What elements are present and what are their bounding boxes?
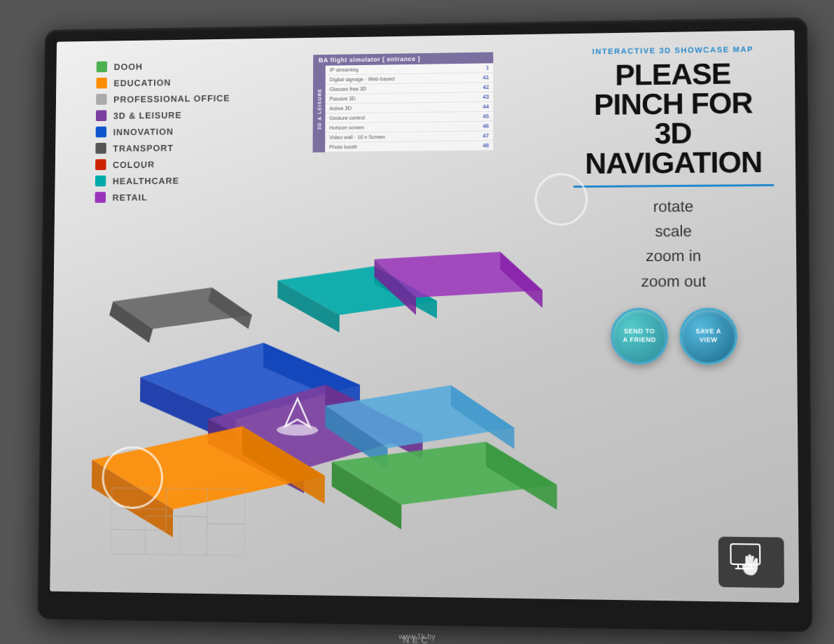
dooh-label: DOOH — [113, 61, 142, 71]
nav-instructions: rotate scale zoom in zoom out — [574, 193, 774, 293]
gesture-circle-left — [102, 446, 163, 509]
colour-color — [95, 159, 106, 170]
professional-office-label: PROFESSIONAL OFFICE — [113, 92, 230, 104]
3d-leisure-label: 3D & LEISURE — [113, 110, 181, 121]
digital-signage-num: 41 — [475, 74, 489, 80]
legend-item-healthcare: HEALTHCARE — [95, 174, 229, 186]
legend-item-education: EDUCATION — [96, 76, 230, 88]
monitor: DOOH EDUCATION PROFESSIONAL OFFICE 3D & … — [37, 18, 812, 632]
svg-rect-31 — [207, 524, 244, 556]
horizon-label: Horizon screen — [329, 125, 364, 131]
save-view-button[interactable]: SAVE AVIEW — [679, 307, 737, 364]
legend: DOOH EDUCATION PROFESSIONAL OFFICE 3D & … — [95, 59, 230, 203]
scale-instruction: scale — [574, 218, 774, 244]
svg-line-32 — [111, 509, 166, 510]
legend-item-transport: TRANSPORT — [95, 141, 230, 153]
legend-item-professional-office: PROFESSIONAL OFFICE — [96, 92, 230, 105]
transport-label: TRANSPORT — [113, 142, 174, 153]
main-title-line2: 3D NAVIGATION — [573, 118, 773, 178]
retail-color — [95, 192, 106, 203]
glasses-free-num: 42 — [475, 84, 489, 90]
svg-rect-27 — [166, 489, 207, 517]
passive-3d-num: 43 — [475, 94, 489, 100]
gesture-num: 45 — [475, 113, 489, 120]
professional-office-color — [96, 94, 106, 105]
action-buttons: SEND TOA FRIEND SAVE AVIEW — [574, 307, 775, 365]
blue-divider — [574, 184, 774, 188]
info-row-photo: Photo booth 48 — [325, 141, 493, 152]
retail-label: RETAIL — [112, 192, 147, 202]
photo-booth-label: Photo booth — [329, 144, 357, 150]
screen-content: DOOH EDUCATION PROFESSIONAL OFFICE 3D & … — [50, 30, 799, 603]
send-to-friend-button[interactable]: SEND TOA FRIEND — [611, 307, 668, 364]
svg-rect-28 — [207, 489, 244, 524]
digital-signage-label: Digital signage - Web-based — [329, 76, 394, 83]
sidebar-category-label: 3D & LEISURE — [317, 88, 321, 130]
legend-item-colour: COLOUR — [95, 158, 230, 170]
active-3d-label: Active 3D — [329, 105, 352, 111]
main-title-line1: PLEASE PINCH FOR — [573, 59, 773, 120]
zoom-in-instruction: zoom in — [574, 243, 774, 269]
right-panel: INTERACTIVE 3D SHOWCASE MAP PLEASE PINCH… — [573, 45, 775, 365]
legend-item-innovation: INNOVATION — [95, 125, 230, 138]
touch-icon-area — [718, 537, 784, 588]
3d-leisure-color — [95, 110, 106, 121]
svg-rect-30 — [145, 516, 207, 555]
active-3d-num: 44 — [475, 104, 489, 110]
screen: DOOH EDUCATION PROFESSIONAL OFFICE 3D & … — [50, 30, 799, 603]
interactive-showcase-subtitle: INTERACTIVE 3D SHOWCASE MAP — [573, 45, 772, 56]
photo-booth-num: 48 — [475, 142, 489, 148]
gesture-label: Gesture control — [329, 115, 365, 121]
colour-label: COLOUR — [113, 159, 155, 169]
info-panel: BA flight simulator [ entrance ] 3D & LE… — [312, 52, 493, 153]
info-panel-sidebar: 3D & LEISURE — [312, 66, 325, 153]
touch-hand-icon — [729, 542, 773, 583]
healthcare-label: HEALTHCARE — [112, 175, 179, 186]
transport-color — [95, 143, 106, 154]
education-label: EDUCATION — [113, 77, 171, 88]
ip-streaming-num: 1 — [475, 64, 489, 71]
svg-rect-29 — [111, 529, 145, 554]
education-color — [96, 78, 106, 89]
touch-icon-background — [718, 537, 784, 588]
horizon-num: 46 — [475, 123, 489, 130]
svg-line-33 — [166, 516, 207, 517]
passive-3d-label: Passive 3D — [329, 95, 355, 102]
video-wall-num: 47 — [475, 133, 489, 139]
info-panel-body: 3D & LEISURE IP streaming 1 Digital sign… — [312, 63, 493, 152]
dooh-color — [96, 62, 106, 73]
info-panel-rows: IP streaming 1 Digital signage - Web-bas… — [325, 63, 493, 152]
video-wall-label: Video wall - 10 x Screen — [329, 134, 385, 141]
ip-streaming-label: IP streaming — [329, 66, 358, 73]
healthcare-color — [95, 176, 106, 187]
innovation-color — [95, 127, 106, 138]
watermark: www.1k.by — [398, 632, 436, 640]
gesture-circle-right — [534, 173, 588, 226]
legend-item-dooh: DOOH — [96, 59, 230, 72]
glasses-free-label: Glasses free 3D — [329, 85, 366, 92]
legend-item-3d-leisure: 3D & LEISURE — [95, 108, 230, 121]
innovation-label: INNOVATION — [113, 126, 173, 137]
main-title: PLEASE PINCH FOR 3D NAVIGATION — [573, 59, 773, 179]
legend-item-retail: RETAIL — [95, 191, 229, 203]
rotate-instruction: rotate — [574, 193, 774, 219]
zoom-out-instruction: zoom out — [574, 268, 774, 293]
